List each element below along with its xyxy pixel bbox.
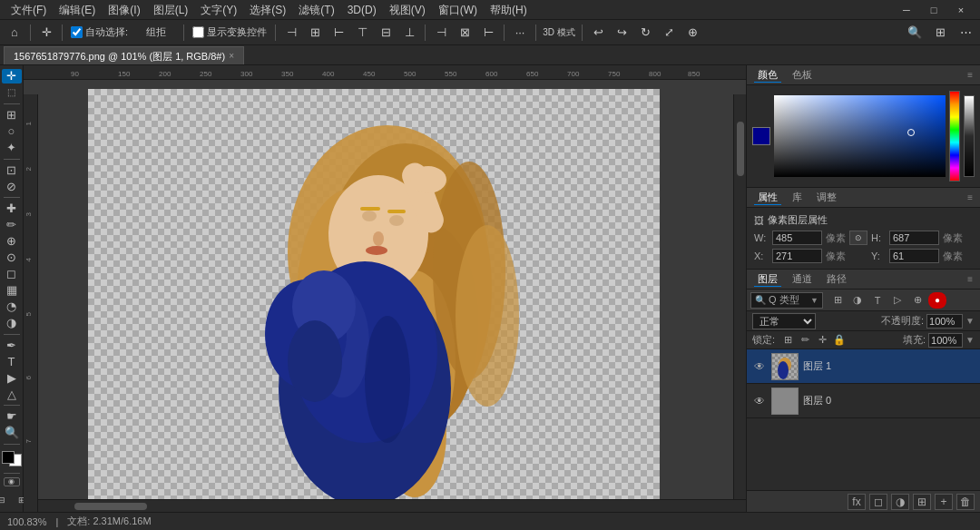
rotate-icon[interactable]: ↻ — [634, 22, 656, 44]
props-tab[interactable]: 属性 — [754, 191, 781, 205]
rect-select-tool[interactable]: ⊞ — [2, 108, 22, 123]
quick-mask-icon[interactable]: ⊟ — [0, 492, 11, 508]
menu-layer[interactable]: 图层(L) — [148, 0, 194, 20]
more-options-icon[interactable]: ··· — [509, 22, 531, 44]
y-input[interactable] — [889, 249, 939, 263]
new-layer-button[interactable]: + — [935, 494, 953, 510]
color-gradient-main[interactable] — [774, 95, 946, 177]
align-middle-icon[interactable]: ⊟ — [375, 22, 397, 44]
filter-toggle[interactable]: ● — [928, 292, 946, 309]
artboard-tool[interactable]: ⬚ — [2, 85, 22, 100]
maximize-button[interactable]: □ — [920, 0, 947, 20]
align-bottom-icon[interactable]: ⊥ — [398, 22, 420, 44]
align-right-icon[interactable]: ⊢ — [328, 22, 349, 44]
filter-adj-icon[interactable]: ◑ — [848, 292, 867, 309]
layer1-visibility-icon[interactable]: 👁 — [752, 359, 767, 374]
search-icon[interactable]: 🔍 — [904, 22, 926, 44]
zoom-level-icon[interactable]: ⊕ — [681, 22, 703, 44]
lock-all-icon[interactable]: 🔒 — [832, 333, 847, 348]
align-top-icon[interactable]: ⊤ — [351, 22, 373, 44]
pen-tool[interactable]: ✒ — [2, 338, 22, 352]
fx-button[interactable]: fx — [848, 494, 866, 510]
opacity-input[interactable] — [926, 314, 963, 329]
color-opacity-strip[interactable] — [964, 95, 975, 177]
minimize-button[interactable]: ─ — [893, 0, 920, 20]
menu-file[interactable]: 文件(F) — [5, 0, 52, 20]
zoom-tool[interactable]: 🔍 — [2, 426, 22, 440]
brush-tool[interactable]: ✏ — [2, 218, 22, 232]
3d-icon[interactable]: 3D 模式 — [541, 22, 577, 44]
distribute-left-icon[interactable]: ⊣ — [430, 22, 452, 44]
menu-filter[interactable]: 滤镜(T) — [293, 0, 339, 20]
close-button[interactable]: × — [947, 0, 975, 20]
magic-wand-tool[interactable]: ✦ — [2, 141, 22, 155]
edit-mode-toggle[interactable]: ◉ — [4, 477, 20, 486]
undo-icon[interactable]: ↩ — [587, 22, 609, 44]
filter-smart-icon[interactable]: ⊕ — [908, 292, 926, 309]
lock-transparent-icon[interactable]: ⊞ — [780, 333, 795, 348]
horizontal-scrollbar-thumb[interactable] — [74, 503, 147, 510]
tab-close-icon[interactable]: × — [229, 47, 234, 65]
history-brush-tool[interactable]: ⊙ — [2, 250, 22, 265]
opacity-dropdown-icon[interactable]: ▼ — [965, 316, 975, 326]
color-swatches[interactable] — [2, 451, 22, 466]
align-left-icon[interactable]: ⊣ — [280, 22, 302, 44]
redo-icon[interactable]: ↪ — [611, 22, 632, 44]
add-group-button[interactable]: ⊞ — [913, 494, 931, 510]
text-tool[interactable]: T — [2, 354, 22, 368]
lock-pixels-icon[interactable]: ✏ — [798, 333, 812, 348]
move-tool-icon[interactable]: ✛ — [35, 22, 57, 44]
vertical-scrollbar[interactable] — [733, 94, 746, 499]
heal-tool[interactable]: ✚ — [2, 201, 22, 216]
horizontal-scrollbar[interactable] — [38, 499, 746, 512]
fill-dropdown-icon[interactable]: ▼ — [965, 335, 975, 345]
h-input[interactable] — [889, 231, 939, 245]
library-tab[interactable]: 库 — [789, 191, 806, 204]
color-tab[interactable]: 颜色 — [754, 68, 781, 83]
layer-search[interactable]: 🔍 Q 类型 ▼ — [750, 292, 823, 309]
arrange-icon[interactable]: ⊞ — [929, 22, 951, 44]
layer-item-1[interactable]: 👁 图层 1 — [747, 349, 980, 384]
menu-select[interactable]: 选择(S) — [244, 0, 291, 20]
layer-item-0[interactable]: 👁 图层 0 — [747, 384, 980, 418]
lock-position-icon[interactable]: ✛ — [815, 333, 829, 348]
distribute-right-icon[interactable]: ⊢ — [477, 22, 499, 44]
blur-tool[interactable]: ◔ — [2, 299, 22, 314]
filter-text-icon[interactable]: T — [868, 292, 887, 309]
clone-tool[interactable]: ⊕ — [2, 234, 22, 249]
w-input[interactable] — [772, 231, 822, 245]
adjustments-tab[interactable]: 调整 — [813, 191, 840, 204]
filter-dropdown-icon[interactable]: ▼ — [810, 296, 818, 305]
paths-tab[interactable]: 路径 — [823, 272, 850, 286]
foreground-color[interactable] — [2, 451, 15, 464]
menu-edit[interactable]: 编辑(E) — [54, 0, 101, 20]
swatches-tab[interactable]: 色板 — [789, 68, 816, 82]
canvas-viewport[interactable] — [38, 80, 733, 499]
layer-dropdown[interactable]: 组拒 — [133, 22, 179, 44]
delete-layer-button[interactable]: 🗑 — [956, 494, 975, 510]
color-panel-collapse[interactable]: ≡ — [967, 70, 973, 80]
lasso-tool[interactable]: ○ — [2, 124, 22, 139]
props-panel-collapse[interactable]: ≡ — [967, 192, 973, 202]
home-icon[interactable]: ⌂ — [4, 22, 25, 44]
hand-tool[interactable]: ☛ — [2, 409, 22, 424]
eyedropper-tool[interactable]: ⊘ — [2, 179, 22, 193]
x-input[interactable] — [772, 249, 822, 263]
blend-mode-select[interactable]: 正常 — [752, 313, 816, 329]
shape-tool[interactable]: △ — [2, 387, 22, 401]
menu-image[interactable]: 图像(I) — [103, 0, 145, 20]
add-adjustment-button[interactable]: ◑ — [891, 494, 909, 510]
eraser-tool[interactable]: ◻ — [2, 267, 22, 281]
layer0-visibility-icon[interactable]: 👁 — [752, 394, 767, 408]
menu-view[interactable]: 视图(V) — [384, 0, 431, 20]
menu-help[interactable]: 帮助(H) — [485, 0, 533, 20]
filter-shape-icon[interactable]: ▷ — [888, 292, 906, 309]
add-mask-button[interactable]: ◻ — [869, 494, 887, 510]
align-center-v-icon[interactable]: ⊞ — [304, 22, 326, 44]
document-tab[interactable]: 1567651879776.png @ 101% (图层 1, RGB/8#) … — [4, 46, 244, 64]
zoom-fit-icon[interactable]: ⤢ — [658, 22, 680, 44]
channels-tab[interactable]: 通道 — [789, 272, 816, 286]
menu-window[interactable]: 窗口(W) — [433, 0, 483, 20]
layers-panel-collapse[interactable]: ≡ — [967, 274, 973, 284]
color-swatch-current[interactable] — [752, 127, 770, 145]
